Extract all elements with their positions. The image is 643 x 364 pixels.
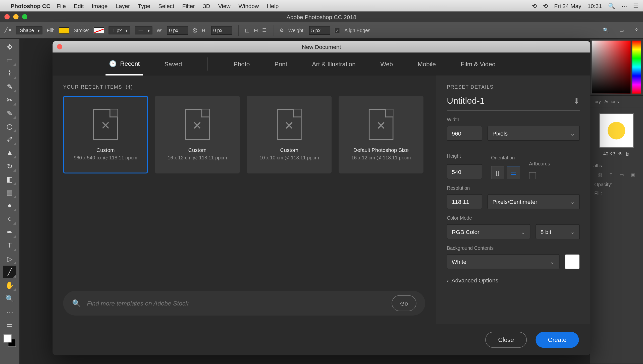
eyedropper-tool[interactable]: ✎ bbox=[3, 107, 16, 119]
tab-actions[interactable]: Actions bbox=[604, 99, 619, 104]
brush-tool[interactable]: ✐ bbox=[3, 133, 16, 146]
tab-history[interactable]: tory bbox=[594, 99, 601, 104]
advanced-options-toggle[interactable]: ›Advanced Options bbox=[447, 277, 580, 284]
height-input[interactable] bbox=[447, 164, 482, 179]
menu-edit[interactable]: Edit bbox=[74, 3, 84, 9]
tab-saved[interactable]: Saved bbox=[161, 53, 186, 75]
siri-icon[interactable]: ⋯ bbox=[621, 3, 627, 9]
tab-recent[interactable]: 🕒Recent bbox=[105, 53, 143, 75]
align-icon[interactable]: ⊟ bbox=[254, 27, 258, 33]
menu-image[interactable]: Image bbox=[92, 3, 108, 9]
menu-view[interactable]: View bbox=[218, 3, 231, 9]
bg-contents-select[interactable]: White bbox=[447, 254, 559, 269]
menu-file[interactable]: File bbox=[57, 3, 66, 9]
menu-3d[interactable]: 3D bbox=[203, 3, 210, 9]
stock-search-input[interactable] bbox=[87, 300, 385, 307]
preset-name-input[interactable]: Untitled-1 bbox=[447, 96, 573, 106]
weight-input[interactable] bbox=[309, 26, 330, 35]
preset-card-3[interactable]: ✕ Default Photoshop Size16 x 12 cm @ 118… bbox=[339, 96, 423, 173]
tab-film[interactable]: Film & Video bbox=[457, 53, 499, 75]
orientation-portrait[interactable]: ▯ bbox=[491, 166, 504, 179]
line-tool[interactable]: ╱ bbox=[3, 266, 16, 278]
trash-icon[interactable]: 🗑 bbox=[625, 151, 630, 156]
marquee-tool[interactable]: ▭ bbox=[3, 54, 16, 66]
arrange-icon[interactable]: ☰ bbox=[262, 27, 267, 33]
gear-icon[interactable]: ⚙ bbox=[280, 27, 284, 33]
type-tool[interactable]: T bbox=[3, 239, 16, 252]
pen-tool[interactable]: ✒ bbox=[3, 226, 16, 238]
crop-tool[interactable]: ✂ bbox=[3, 94, 16, 106]
healing-tool[interactable]: ◍ bbox=[3, 120, 16, 132]
orientation-landscape[interactable]: ▭ bbox=[507, 166, 520, 179]
close-button[interactable]: Close bbox=[485, 332, 527, 348]
bg-color-swatch[interactable] bbox=[565, 254, 580, 269]
tab-web[interactable]: Web bbox=[377, 53, 396, 75]
app-name[interactable]: Photoshop CC bbox=[11, 3, 50, 9]
shape-mode-select[interactable]: Shape bbox=[16, 26, 42, 34]
preset-card-1[interactable]: ✕ Custom16 x 12 cm @ 118.11 ppcm bbox=[155, 96, 240, 173]
fg-bg-swatches[interactable] bbox=[4, 335, 16, 347]
menu-filter[interactable]: Filter bbox=[182, 3, 195, 9]
path-ops-icon[interactable]: ◫ bbox=[245, 27, 249, 33]
lasso-tool[interactable]: ⌇ bbox=[3, 67, 16, 79]
eye-icon[interactable]: 👁 bbox=[618, 151, 623, 156]
fill-swatch[interactable] bbox=[59, 27, 69, 33]
stamp-tool[interactable]: ▲ bbox=[3, 147, 16, 159]
tab-print[interactable]: Print bbox=[271, 53, 291, 75]
spotlight-icon[interactable]: 🔍 bbox=[608, 3, 615, 9]
tab-paths[interactable]: aths bbox=[594, 163, 602, 168]
move-tool[interactable]: ✥ bbox=[3, 41, 16, 53]
menu-type[interactable]: Type bbox=[138, 3, 150, 9]
download-preset-icon[interactable]: ⬇ bbox=[573, 96, 580, 106]
more-tools[interactable]: ⋯ bbox=[3, 306, 16, 318]
path-select-tool[interactable]: ▷ bbox=[3, 253, 16, 265]
preset-card-2[interactable]: ✕ Custom10 x 10 cm @ 118.11 ppcm bbox=[247, 96, 332, 173]
history-brush-tool[interactable]: ↻ bbox=[3, 160, 16, 172]
width-input[interactable] bbox=[447, 126, 482, 141]
resolution-input[interactable] bbox=[447, 194, 482, 209]
notification-icon[interactable]: ☰ bbox=[633, 3, 638, 9]
layer-link-icon[interactable]: ⛓ bbox=[598, 172, 603, 177]
dodge-tool[interactable]: ○ bbox=[3, 213, 16, 225]
quick-select-tool[interactable]: ✎ bbox=[3, 80, 16, 93]
tab-photo[interactable]: Photo bbox=[230, 53, 253, 75]
artboards-checkbox[interactable] bbox=[529, 172, 536, 179]
layer-thumbnail[interactable] bbox=[599, 113, 634, 148]
link-icon[interactable]: ⛓ bbox=[192, 28, 197, 33]
layer-fx-icon[interactable]: ▣ bbox=[631, 172, 635, 177]
menu-select[interactable]: Select bbox=[158, 3, 174, 9]
edit-toolbar[interactable]: ▭ bbox=[3, 319, 16, 331]
timemachine-icon[interactable]: ⟲ bbox=[532, 3, 537, 9]
align-edges-checkbox[interactable]: ✓ bbox=[335, 28, 340, 33]
tab-art[interactable]: Art & Illustration bbox=[308, 53, 359, 75]
menubar-time[interactable]: 10:31 bbox=[587, 3, 602, 9]
width-unit-select[interactable]: Pixels bbox=[488, 126, 580, 141]
frame-icon[interactable]: ▭ bbox=[619, 27, 624, 33]
zoom-tool[interactable]: 🔍 bbox=[3, 292, 16, 305]
layer-mask-icon[interactable]: ▭ bbox=[620, 172, 624, 177]
menu-layer[interactable]: Layer bbox=[116, 3, 130, 9]
color-picker[interactable] bbox=[592, 41, 641, 94]
hand-tool[interactable]: ✋ bbox=[3, 279, 16, 291]
search-icon[interactable]: 🔍 bbox=[603, 27, 609, 33]
menu-help[interactable]: Help bbox=[267, 3, 279, 9]
share-icon[interactable]: ⇪ bbox=[634, 27, 638, 33]
blur-tool[interactable]: ● bbox=[3, 200, 16, 212]
line-tool-icon[interactable]: ╱ ▾ bbox=[5, 27, 12, 33]
stroke-swatch[interactable] bbox=[93, 27, 104, 33]
bit-depth-select[interactable]: 8 bit bbox=[535, 224, 580, 239]
menu-window[interactable]: Window bbox=[238, 3, 259, 9]
resolution-unit-select[interactable]: Pixels/Centimeter bbox=[488, 194, 580, 209]
layer-type-icon[interactable]: T bbox=[610, 172, 612, 177]
tab-mobile[interactable]: Mobile bbox=[414, 53, 440, 75]
stroke-width-select[interactable]: 1 px bbox=[109, 26, 130, 34]
eraser-tool[interactable]: ◧ bbox=[3, 173, 16, 185]
go-button[interactable]: Go bbox=[392, 295, 416, 311]
stroke-style-select[interactable]: — bbox=[135, 26, 152, 34]
color-mode-select[interactable]: RGB Color bbox=[447, 224, 530, 239]
width-input[interactable] bbox=[167, 26, 188, 35]
preset-card-0[interactable]: ✕ Custom960 x 540 px @ 118.11 ppcm bbox=[63, 96, 148, 173]
timemachine-icon2[interactable]: ⟲ bbox=[543, 3, 548, 9]
create-button[interactable]: Create bbox=[535, 332, 579, 348]
gradient-tool[interactable]: ▦ bbox=[3, 186, 16, 199]
